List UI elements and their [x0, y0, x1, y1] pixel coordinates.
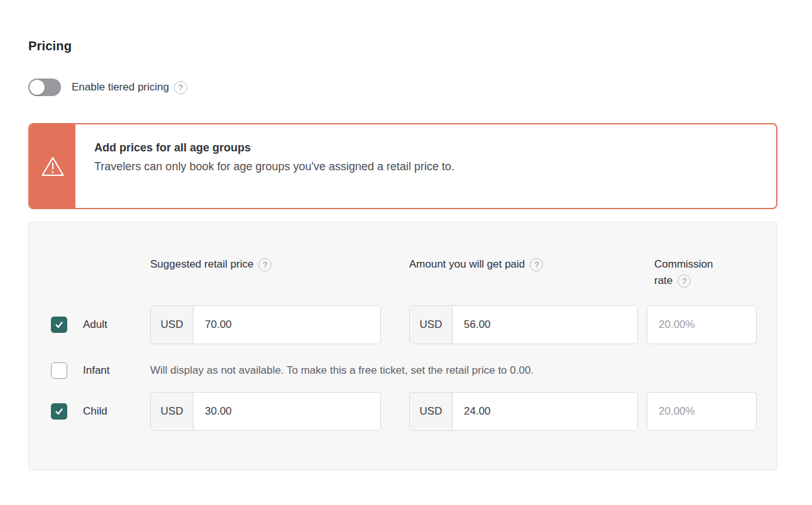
checkbox-adult[interactable]: [51, 317, 67, 333]
warning-icon: [41, 156, 65, 177]
currency-prefix: USD: [151, 306, 194, 344]
pricing-card: Suggested retail price? Amount you will …: [28, 222, 777, 470]
currency-prefix: USD: [410, 306, 453, 344]
checkbox-child[interactable]: [51, 403, 67, 420]
currency-prefix: USD: [410, 393, 453, 430]
checkmark-icon: [54, 320, 64, 330]
toggle-knob: [30, 80, 45, 95]
payout-input-adult[interactable]: [453, 306, 637, 344]
checkbox-infant[interactable]: [51, 362, 67, 379]
alert-body: Travelers can only book for age groups y…: [94, 160, 454, 173]
header-amount-paid: Amount you will get paid?: [409, 256, 647, 273]
retail-price-input-child[interactable]: [194, 393, 380, 430]
header-suggested-retail-price: Suggested retail price?: [150, 256, 409, 273]
page-title: Pricing: [28, 39, 777, 53]
currency-prefix: USD: [151, 393, 194, 430]
help-icon-commission-rate[interactable]: ?: [678, 274, 691, 288]
age-groups-alert: Add prices for all age groups Travelers …: [28, 123, 777, 209]
payout-group-child: USD: [409, 392, 638, 431]
infant-note: Will display as not available. To make t…: [150, 364, 757, 377]
help-icon-retail-price[interactable]: ?: [258, 258, 272, 271]
commission-input-child: [647, 392, 757, 431]
payout-group-adult: USD: [409, 305, 638, 344]
label-infant: Infant: [83, 364, 110, 377]
pricing-row-child: Child USD USD: [51, 392, 755, 431]
alert-title: Add prices for all age groups: [94, 141, 454, 155]
tiered-pricing-label: Enable tiered pricing: [72, 81, 169, 94]
alert-icon-panel: [30, 124, 75, 208]
payout-input-child[interactable]: [453, 393, 637, 430]
help-icon-amount-paid[interactable]: ?: [530, 258, 543, 271]
label-adult: Adult: [83, 318, 107, 331]
pricing-table-header: Suggested retail price? Amount you will …: [51, 256, 755, 289]
checkmark-icon: [54, 406, 64, 416]
pricing-row-adult: Adult USD USD: [51, 305, 755, 344]
help-icon-tiered-pricing[interactable]: ?: [174, 81, 187, 94]
retail-price-group-child: USD: [150, 392, 381, 431]
alert-content: Add prices for all age groups Travelers …: [75, 124, 473, 208]
tiered-pricing-row: Enable tiered pricing ?: [28, 79, 777, 96]
retail-price-group-adult: USD: [150, 305, 381, 344]
pricing-row-infant: Infant Will display as not available. To…: [51, 362, 755, 379]
commission-input-adult: [647, 305, 757, 344]
tiered-pricing-toggle[interactable]: [28, 79, 61, 96]
pricing-section: Pricing Enable tiered pricing ? Add pric…: [28, 0, 777, 470]
label-child: Child: [83, 405, 107, 418]
header-commission-rate: Commission rate?: [647, 256, 728, 289]
retail-price-input-adult[interactable]: [194, 306, 380, 344]
